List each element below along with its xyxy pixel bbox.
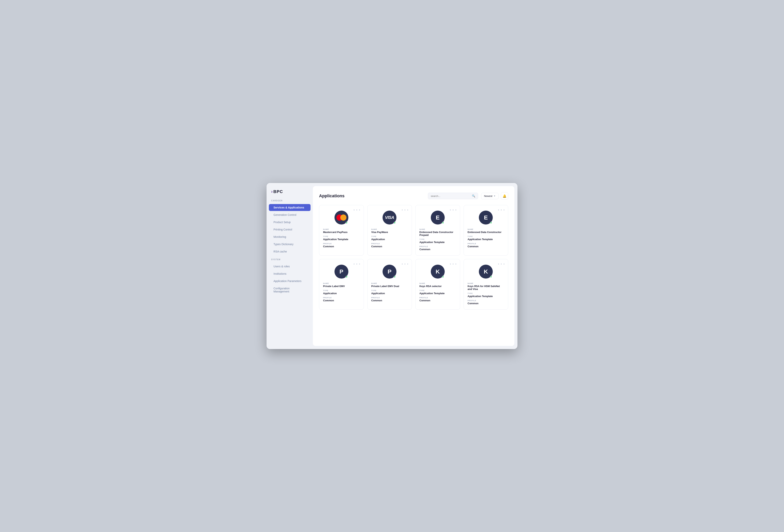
main-content: Applications 🔍 Newest ▼ 🔔 • • •NAMEMaste… <box>313 186 514 346</box>
card-icon-letter: P <box>388 268 391 275</box>
card-profile-label: PROFILE <box>468 300 504 302</box>
visa-icon: VISA <box>385 215 394 220</box>
cardgen-nav: Services & ApplicationsGeneration Contro… <box>267 204 313 255</box>
sort-label: Newest <box>484 195 493 197</box>
card-type-value: Application Template <box>323 238 360 241</box>
status-dot <box>346 276 347 278</box>
card-type-value: Application Template <box>468 238 504 241</box>
card-profile-label: PROFILE <box>371 297 408 299</box>
logo-text: BPC <box>273 189 283 194</box>
sidebar-item-institutions[interactable]: Institutions <box>269 270 311 277</box>
sidebar-item-users-roles[interactable]: Users & roles <box>269 263 311 270</box>
page-title: Applications <box>319 193 428 198</box>
card-embossed-data-constructor[interactable]: • • •ENAMEEmbossed Data ConstructorTYPEA… <box>464 205 508 256</box>
card-icon-circle: VISA <box>383 211 396 224</box>
card-name-label: NAME <box>371 282 408 284</box>
card-icon-letter: P <box>339 268 343 275</box>
status-dot <box>490 222 492 224</box>
card-icon-circle: K <box>479 264 493 279</box>
card-name-label: NAME <box>419 282 456 284</box>
card-type-label: TYPE <box>468 235 504 237</box>
card-name-value: Private Label EMV Dual <box>371 285 408 288</box>
search-box[interactable]: 🔍 <box>428 193 478 199</box>
card-icon-letter: K <box>436 268 440 275</box>
card-keys-rsa-hsm[interactable]: • • •KNAMEKeys RSA for HSM SafeNet and V… <box>464 259 508 310</box>
card-name-label: NAME <box>468 282 504 284</box>
card-icon-wrap: K <box>468 264 504 279</box>
system-nav: Users & rolesInstitutionsApplication Par… <box>267 263 313 295</box>
logo-chevron-icon: › <box>271 189 273 194</box>
status-dot <box>394 276 396 278</box>
card-profile-value: Common <box>323 299 360 302</box>
card-icon-circle: K <box>431 264 445 279</box>
card-profile-label: PROFILE <box>468 243 504 245</box>
card-type-label: TYPE <box>323 235 360 237</box>
status-dot <box>442 222 444 224</box>
card-icon-wrap: E <box>419 211 456 224</box>
card-keys-rsa-selector[interactable]: • • •KNAMEKeys RSA selectorTYPEApplicati… <box>415 259 460 310</box>
card-icon-wrap: K <box>419 264 456 279</box>
status-dot <box>346 222 347 224</box>
status-dot <box>442 276 444 278</box>
card-type-value: Application Template <box>419 241 456 244</box>
top-bar: Applications 🔍 Newest ▼ 🔔 <box>319 192 508 200</box>
sidebar-item-configuration-management[interactable]: Configuration Management <box>269 285 311 295</box>
card-type-label: TYPE <box>419 289 456 291</box>
notification-icon: 🔔 <box>503 194 506 198</box>
card-name-label: NAME <box>371 228 408 230</box>
card-name-label: NAME <box>323 282 360 284</box>
sidebar-item-types-dictionary[interactable]: Types Dictionary <box>269 241 311 248</box>
card-profile-value: Common <box>419 248 456 251</box>
notification-button[interactable]: 🔔 <box>501 192 508 200</box>
card-icon-wrap: VISA <box>371 211 408 224</box>
sidebar-item-rsa-cache[interactable]: RSA cache <box>269 248 311 255</box>
card-profile-value: Common <box>371 245 408 248</box>
card-profile-value: Common <box>371 299 408 302</box>
card-visa-paywave[interactable]: • • •VISANAMEVisa PayWaveTYPEApplication… <box>367 205 412 256</box>
card-mastercard-paypass[interactable]: • • •NAMEMastercard PayPassTYPEApplicati… <box>319 205 364 256</box>
card-name-label: NAME <box>468 228 504 230</box>
card-name-value: Keys RSA selector <box>419 285 456 288</box>
sidebar-item-monitoring[interactable]: Monitoring <box>269 233 311 240</box>
card-type-value: Application <box>323 292 360 295</box>
card-profile-label: PROFILE <box>371 243 408 245</box>
card-type-label: TYPE <box>419 239 456 240</box>
card-profile-label: PROFILE <box>419 297 456 299</box>
cards-grid: • • •NAMEMastercard PayPassTYPEApplicati… <box>319 205 508 310</box>
card-profile-label: PROFILE <box>323 297 360 299</box>
card-name-value: Keys RSA for HSM SafeNet and Visa <box>468 285 504 290</box>
card-icon-circle: E <box>479 211 493 224</box>
sidebar-item-services-applications[interactable]: Services & Applications <box>269 204 311 211</box>
card-icon-letter: K <box>484 268 488 275</box>
card-name-value: Embossed Data Constructor <box>468 231 504 233</box>
card-type-label: TYPE <box>371 235 408 237</box>
mastercard-icon <box>336 215 346 221</box>
card-private-label-emv-dual[interactable]: • • •PNAMEPrivate Label EMV DualTYPEAppl… <box>367 259 412 310</box>
sort-button[interactable]: Newest ▼ <box>481 193 499 199</box>
card-icon-circle <box>335 211 348 224</box>
card-icon-wrap: E <box>468 211 504 224</box>
sidebar-item-printing-control[interactable]: Printing Control <box>269 226 311 233</box>
card-icon-wrap <box>323 211 360 224</box>
card-icon-wrap: P <box>371 264 408 279</box>
card-embossed-data-constructor-prepaid[interactable]: • • •ENAMEEmbossed Data Constructor Prep… <box>415 205 460 256</box>
card-type-label: TYPE <box>468 292 504 295</box>
card-profile-value: Common <box>468 245 504 248</box>
card-profile-value: Common <box>468 302 504 305</box>
card-name-value: Visa PayWave <box>371 231 408 233</box>
card-profile-value: Common <box>419 299 456 302</box>
card-name-label: NAME <box>323 228 360 230</box>
sidebar-item-product-setup[interactable]: Product Setup <box>269 219 311 226</box>
card-type-value: Application Template <box>419 292 456 295</box>
card-name-label: NAME <box>419 228 456 230</box>
search-icon: 🔍 <box>472 194 475 197</box>
status-dot <box>490 276 492 278</box>
card-type-value: Application Template <box>468 295 504 298</box>
card-profile-value: Common <box>323 245 360 248</box>
card-type-label: TYPE <box>323 289 360 291</box>
card-icon-wrap: P <box>323 264 360 279</box>
search-input[interactable] <box>431 195 471 197</box>
sidebar-item-generation-control[interactable]: Generation Control <box>269 212 311 218</box>
card-private-label-emv[interactable]: • • •PNAMEPrivate Label EMVTYPEApplicati… <box>319 259 364 310</box>
sidebar-item-application-parameters[interactable]: Application Parameters <box>269 278 311 284</box>
